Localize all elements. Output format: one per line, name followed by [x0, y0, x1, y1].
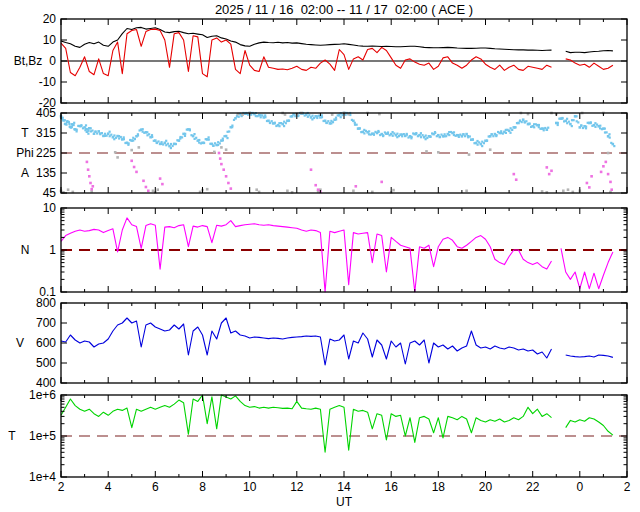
data-dot — [67, 188, 70, 191]
data-dot — [495, 134, 497, 136]
data-dot — [73, 124, 75, 126]
data-dot — [331, 113, 334, 116]
data-dot — [128, 142, 130, 144]
data-dot — [468, 153, 471, 156]
data-dot — [590, 175, 593, 178]
y-tick-label: 225 — [36, 146, 56, 160]
data-dot — [152, 190, 155, 193]
y-tick-label: 600 — [36, 336, 56, 350]
data-dot — [86, 161, 89, 164]
scatter-phi — [60, 112, 616, 150]
data-dot — [170, 147, 172, 149]
x-tick-label: 18 — [432, 480, 446, 494]
data-dot — [317, 188, 320, 191]
data-dot — [90, 127, 92, 129]
data-dot — [218, 152, 221, 155]
y-tick-label: 10 — [43, 33, 57, 47]
panel-axis-label: N — [21, 243, 30, 257]
data-dot — [515, 178, 518, 181]
y-tick-label: 315 — [36, 126, 56, 140]
data-dot — [73, 122, 75, 124]
panel-frame — [61, 208, 627, 292]
data-dot — [87, 168, 90, 171]
y-tick-label: 1e+4 — [29, 470, 56, 484]
data-dot — [580, 125, 582, 127]
data-dot — [486, 140, 488, 142]
data-dot — [567, 188, 570, 191]
data-dot — [220, 146, 223, 149]
data-dot — [133, 166, 136, 169]
data-dot — [274, 122, 276, 124]
data-dot — [231, 125, 233, 127]
data-dot — [219, 157, 222, 160]
y-tick-label: 405 — [36, 106, 56, 120]
data-dot — [425, 135, 427, 137]
plot-title: 2025 / 11 / 16 02:00 -- 11 / 17 02:00 ( … — [48, 2, 640, 17]
data-dot — [220, 163, 223, 166]
data-dot — [87, 130, 89, 132]
data-dot — [308, 114, 310, 116]
data-dot — [509, 132, 511, 134]
data-dot — [608, 133, 610, 135]
data-dot — [294, 115, 296, 117]
data-dot — [406, 134, 408, 136]
data-dot — [392, 189, 395, 192]
data-dot — [609, 181, 612, 184]
data-dot — [189, 129, 191, 131]
data-dot — [130, 160, 133, 163]
data-dot — [392, 135, 394, 137]
data-dot — [142, 180, 145, 183]
data-dot — [241, 113, 244, 116]
data-dot — [70, 127, 72, 129]
x-tick-label: 12 — [290, 480, 304, 494]
data-dot — [368, 130, 370, 132]
data-dot — [134, 138, 136, 140]
data-dot — [415, 132, 417, 134]
panel-axis-label: V — [16, 336, 24, 350]
data-dot — [605, 161, 608, 164]
data-dot — [363, 132, 365, 134]
data-dot — [448, 134, 450, 136]
y-tick-label: 45 — [43, 186, 57, 200]
data-dot — [462, 133, 464, 135]
plot-canvas: 20100-10-20Bt,Bz40531522513545TPhiA1010.… — [0, 0, 640, 512]
panel-axis-label: Bt,Bz — [14, 54, 43, 68]
data-dot — [284, 113, 287, 116]
data-dot — [76, 129, 78, 131]
data-dot — [525, 120, 527, 122]
data-dot — [469, 135, 471, 137]
data-dot — [260, 116, 262, 118]
y-tick-label: 1e+5 — [29, 429, 56, 443]
data-dot — [420, 132, 422, 134]
panel-axis-label: T — [21, 126, 29, 140]
data-dot — [548, 173, 551, 176]
data-dot — [550, 170, 553, 173]
data-dot — [546, 166, 549, 169]
data-dot — [425, 150, 428, 153]
x-tick-label: 4 — [105, 480, 112, 494]
data-dot — [172, 145, 174, 147]
data-dot — [206, 188, 209, 191]
data-dot — [203, 142, 205, 144]
data-dot — [193, 133, 195, 135]
data-dot — [165, 140, 167, 142]
data-dot — [528, 122, 530, 124]
data-dot — [420, 136, 422, 138]
data-dot — [566, 118, 568, 120]
data-dot — [283, 125, 285, 127]
data-dot — [85, 124, 87, 126]
data-dot — [359, 127, 361, 129]
data-dot — [514, 126, 516, 128]
panel-axis-label: Phi — [16, 146, 33, 160]
data-dot — [65, 124, 67, 126]
data-dot — [62, 117, 64, 119]
panel-2: 40531522513545TPhiA — [16, 106, 627, 200]
ace-solar-wind-plot: 2025 / 11 / 16 02:00 -- 11 / 17 02:00 ( … — [0, 0, 640, 512]
x-tick-label: 14 — [337, 480, 351, 494]
data-dot — [288, 120, 290, 122]
panel-axis-label: A — [21, 166, 29, 180]
data-dot — [87, 133, 89, 135]
data-dot — [116, 156, 119, 159]
data-dot — [316, 117, 318, 119]
panel-4: 800700600500400V — [16, 296, 627, 390]
